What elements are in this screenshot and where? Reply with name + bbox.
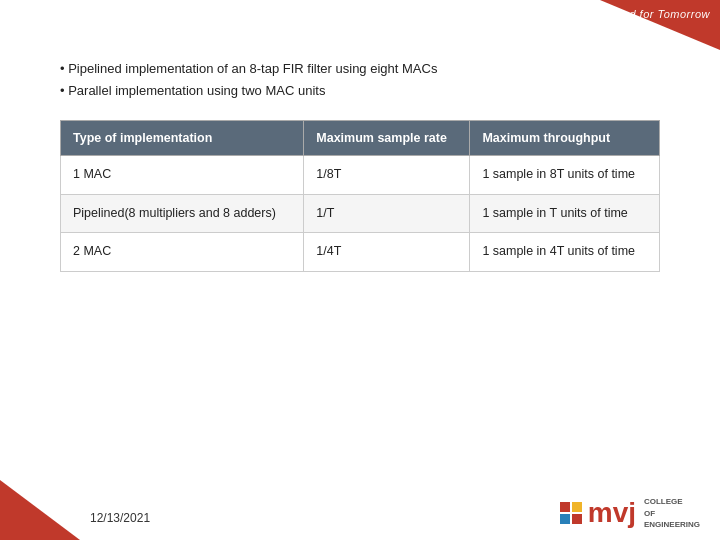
logo-cell-1 [560, 502, 570, 512]
date-label: 12/13/2021 [90, 511, 150, 525]
cell-throughput-2: 1 sample in 4T units of time [470, 233, 660, 272]
comparison-table: Type of implementation Maximum sample ra… [60, 120, 660, 272]
table-row: 1 MAC 1/8T 1 sample in 8T units of time [61, 156, 660, 195]
col-header-throughput: Maximum throughput [470, 121, 660, 156]
cell-sample-2: 1/4T [304, 233, 470, 272]
logo-area: mvj COLLEGEOFENGINEERING [560, 496, 700, 530]
logo-grid [560, 502, 582, 524]
logo-cell-4 [572, 514, 582, 524]
cell-sample-1: 1/T [304, 194, 470, 233]
cell-throughput-1: 1 sample in T units of time [470, 194, 660, 233]
bullet-points: • Pipelined implementation of an 8-tap F… [60, 60, 660, 100]
bullet-1: • Pipelined implementation of an 8-tap F… [60, 60, 660, 78]
table-row: 2 MAC 1/4T 1 sample in 4T units of time [61, 233, 660, 272]
table-row: Pipelined(8 multipliers and 8 adders) 1/… [61, 194, 660, 233]
cell-throughput-0: 1 sample in 8T units of time [470, 156, 660, 195]
tagline: Engineered for Tomorrow [575, 8, 710, 20]
logo-cell-3 [560, 514, 570, 524]
cell-type-0: 1 MAC [61, 156, 304, 195]
logo-letter-m: mvj [588, 499, 636, 527]
logo-mark: mvj [560, 499, 636, 527]
col-header-sample: Maximum sample rate [304, 121, 470, 156]
col-header-type: Type of implementation [61, 121, 304, 156]
cell-sample-0: 1/8T [304, 156, 470, 195]
cell-type-2: 2 MAC [61, 233, 304, 272]
bullet-2: • Parallel implementation using two MAC … [60, 82, 660, 100]
bottom-left-shape [0, 480, 80, 540]
main-content: • Pipelined implementation of an 8-tap F… [60, 60, 660, 272]
logo-cell-2 [572, 502, 582, 512]
table-header-row: Type of implementation Maximum sample ra… [61, 121, 660, 156]
cell-type-1: Pipelined(8 multipliers and 8 adders) [61, 194, 304, 233]
logo-college-text: COLLEGEOFENGINEERING [644, 496, 700, 530]
